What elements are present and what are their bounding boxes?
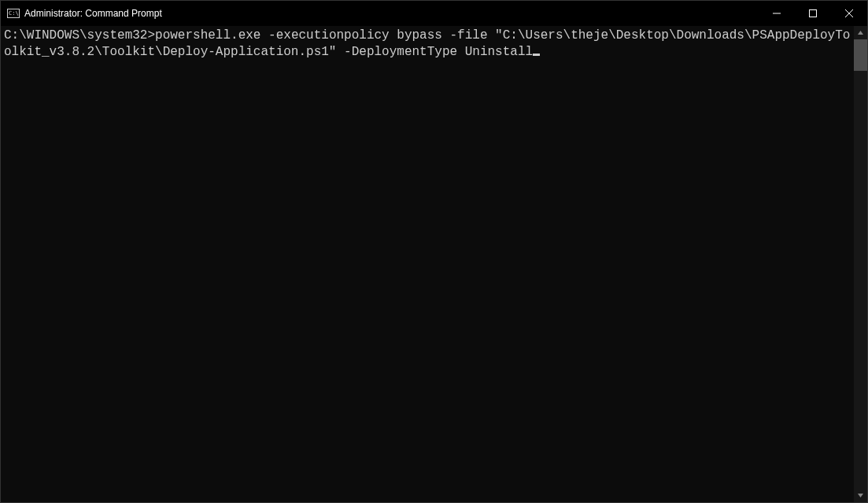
svg-rect-3 [810, 10, 817, 17]
maximize-button[interactable] [795, 1, 831, 26]
cmd-icon: C:\ [7, 7, 20, 20]
scrollbar-up-arrow-icon[interactable] [854, 26, 867, 39]
scrollbar-thumb[interactable] [854, 39, 867, 71]
window-controls [759, 1, 867, 26]
svg-marker-6 [858, 31, 863, 35]
scrollbar-track[interactable] [854, 39, 867, 489]
command-prompt-window: C:\ Administrator: Command Prompt C:\WIN… [0, 0, 868, 503]
content-area: C:\WINDOWS\system32>powershell.exe -exec… [1, 26, 867, 502]
titlebar[interactable]: C:\ Administrator: Command Prompt [1, 1, 867, 26]
vertical-scrollbar[interactable] [854, 26, 867, 502]
svg-text:C:\: C:\ [9, 10, 19, 17]
window-title: Administrator: Command Prompt [24, 8, 162, 19]
terminal-output[interactable]: C:\WINDOWS\system32>powershell.exe -exec… [1, 26, 854, 502]
prompt-path: C:\WINDOWS\system32 [4, 28, 147, 43]
minimize-button[interactable] [759, 1, 795, 26]
scrollbar-down-arrow-icon[interactable] [854, 489, 867, 502]
prompt-separator: > [147, 28, 155, 43]
close-button[interactable] [831, 1, 867, 26]
text-cursor [533, 54, 540, 56]
svg-marker-7 [858, 494, 863, 497]
